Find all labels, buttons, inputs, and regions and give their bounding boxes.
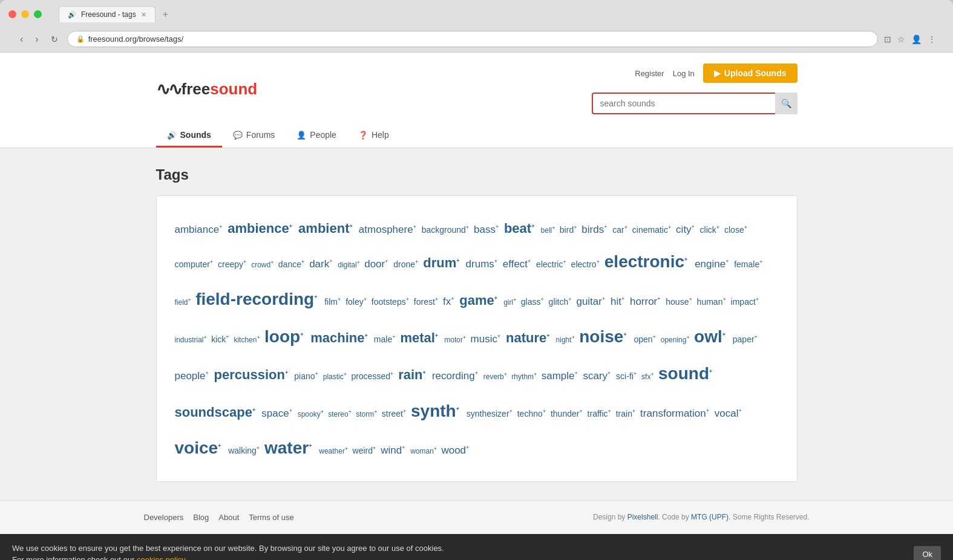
tag-impact[interactable]: impact+ bbox=[731, 297, 759, 307]
close-window-button[interactable] bbox=[8, 10, 16, 18]
footer-pixelshell-link[interactable]: Pixelshell bbox=[627, 513, 658, 521]
tag-dark[interactable]: dark+ bbox=[309, 258, 335, 270]
tag-guitar[interactable]: guitar+ bbox=[576, 296, 608, 307]
tag-paper[interactable]: paper+ bbox=[733, 334, 758, 344]
tag-city[interactable]: city+ bbox=[676, 224, 698, 235]
tag-music[interactable]: music+ bbox=[471, 333, 503, 345]
tag-plastic[interactable]: plastic+ bbox=[323, 373, 349, 381]
tag-horror[interactable]: horror+ bbox=[630, 296, 663, 307]
new-tab-button[interactable]: + bbox=[158, 7, 173, 22]
cookie-ok-button[interactable]: Ok bbox=[914, 546, 941, 560]
tag-transformation[interactable]: transformation+ bbox=[640, 408, 712, 419]
tag-recording[interactable]: recording+ bbox=[432, 370, 481, 382]
footer-link-about[interactable]: About bbox=[218, 513, 239, 522]
tag-human[interactable]: human+ bbox=[697, 297, 729, 307]
tag-spooky[interactable]: spooky+ bbox=[298, 410, 326, 418]
login-button[interactable]: Log In bbox=[673, 69, 695, 78]
tag-rain[interactable]: rain+ bbox=[398, 367, 430, 382]
tag-ambient[interactable]: ambient+ bbox=[298, 221, 356, 236]
tag-bell[interactable]: bell+ bbox=[541, 226, 557, 235]
tag-beat[interactable]: beat+ bbox=[504, 221, 539, 236]
tag-door[interactable]: door+ bbox=[364, 258, 391, 270]
tag-storm[interactable]: storm+ bbox=[356, 410, 379, 418]
refresh-button[interactable]: ↻ bbox=[48, 33, 61, 45]
tag-glitch[interactable]: glitch+ bbox=[549, 297, 574, 307]
tag-drums[interactable]: drums+ bbox=[466, 258, 500, 270]
tag-engine[interactable]: engine+ bbox=[695, 258, 732, 270]
tag-train[interactable]: train+ bbox=[616, 409, 638, 418]
cookies-policy-link[interactable]: cookies policy bbox=[137, 555, 185, 560]
browser-tab-active[interactable]: 🔊 Freesound - tags ✕ bbox=[59, 6, 156, 22]
tag-night[interactable]: night+ bbox=[556, 336, 577, 344]
tag-cinematic[interactable]: cinematic+ bbox=[632, 225, 673, 235]
tag-soundscape[interactable]: soundscape+ bbox=[175, 405, 260, 420]
tag-effect[interactable]: effect+ bbox=[503, 258, 534, 270]
tag-glass[interactable]: glass+ bbox=[521, 297, 546, 307]
minimize-window-button[interactable] bbox=[21, 10, 29, 18]
tag-car[interactable]: car+ bbox=[612, 225, 630, 235]
tag-kick[interactable]: kick+ bbox=[211, 334, 231, 344]
tag-digital[interactable]: digital+ bbox=[338, 261, 362, 269]
nav-help[interactable]: ❓ Help bbox=[347, 124, 400, 148]
tag-opening[interactable]: opening+ bbox=[661, 336, 692, 344]
tag-thunder[interactable]: thunder+ bbox=[551, 409, 585, 418]
nav-people[interactable]: 👤 People bbox=[286, 124, 347, 148]
tag-hit[interactable]: hit+ bbox=[611, 296, 627, 307]
tag-bass[interactable]: bass+ bbox=[474, 224, 502, 235]
tab-close-button[interactable]: ✕ bbox=[141, 11, 146, 19]
tag-creepy[interactable]: creepy+ bbox=[218, 259, 249, 269]
tag-sci-fi[interactable]: sci-fi+ bbox=[616, 371, 639, 381]
tag-male[interactable]: male+ bbox=[374, 334, 398, 344]
upload-sounds-button[interactable]: ▶ Upload Sounds bbox=[703, 63, 797, 83]
tag-click[interactable]: click+ bbox=[700, 225, 722, 235]
profile-icon[interactable]: 👤 bbox=[911, 34, 922, 44]
footer-link-developers[interactable]: Developers bbox=[144, 513, 184, 522]
tag-film[interactable]: film+ bbox=[324, 297, 343, 307]
tag-people[interactable]: people+ bbox=[175, 370, 212, 382]
tag-weird[interactable]: weird+ bbox=[353, 446, 379, 455]
tag-scary[interactable]: scary+ bbox=[583, 370, 614, 382]
tag-reverb[interactable]: reverb+ bbox=[483, 373, 509, 381]
tag-atmosphere[interactable]: atmosphere+ bbox=[359, 224, 419, 235]
tag-processed[interactable]: processed+ bbox=[351, 371, 396, 381]
tag-techno[interactable]: techno+ bbox=[517, 409, 548, 418]
tag-birds[interactable]: birds+ bbox=[581, 224, 610, 235]
tag-ambience[interactable]: ambience+ bbox=[228, 221, 296, 236]
tag-machine[interactable]: machine+ bbox=[310, 330, 372, 345]
tag-background[interactable]: background+ bbox=[422, 225, 471, 235]
tag-synthesizer[interactable]: synthesizer+ bbox=[467, 409, 515, 418]
tag-foley[interactable]: foley+ bbox=[346, 297, 369, 307]
search-button[interactable]: 🔍 bbox=[775, 93, 797, 114]
tag-weather[interactable]: weather+ bbox=[319, 447, 350, 455]
menu-icon[interactable]: ⋮ bbox=[928, 34, 936, 44]
tag-woman[interactable]: woman+ bbox=[410, 447, 439, 455]
tag-street[interactable]: street+ bbox=[382, 409, 408, 418]
footer-mtg-link[interactable]: MTG (UPF) bbox=[691, 513, 729, 521]
footer-link-blog[interactable]: Blog bbox=[193, 513, 209, 522]
tag-synth[interactable]: synth+ bbox=[411, 402, 464, 420]
tag-stereo[interactable]: stereo+ bbox=[328, 410, 353, 418]
nav-sounds[interactable]: 🔊 Sounds bbox=[156, 124, 222, 148]
tag-piano[interactable]: piano+ bbox=[294, 371, 320, 381]
tag-fx[interactable]: fx+ bbox=[443, 296, 457, 307]
tag-kitchen[interactable]: kitchen+ bbox=[234, 336, 262, 344]
tag-computer[interactable]: computer+ bbox=[175, 259, 216, 269]
tag-electro[interactable]: electro+ bbox=[571, 259, 602, 269]
tag-traffic[interactable]: traffic+ bbox=[588, 409, 614, 418]
nav-forums[interactable]: 💬 Forums bbox=[222, 124, 286, 148]
tag-dance[interactable]: dance+ bbox=[278, 259, 307, 269]
footer-link-terms[interactable]: Terms of use bbox=[249, 513, 293, 522]
tag-girl[interactable]: girl+ bbox=[503, 298, 519, 307]
tag-space[interactable]: space+ bbox=[261, 408, 295, 419]
address-bar[interactable]: 🔒 freesound.org/browse/tags/ bbox=[67, 31, 878, 47]
back-button[interactable]: ‹ bbox=[17, 33, 26, 46]
tag-nature[interactable]: nature+ bbox=[506, 330, 554, 345]
tag-sfx[interactable]: sfx+ bbox=[641, 373, 656, 381]
tag-rhythm[interactable]: rhythm+ bbox=[511, 373, 539, 381]
tag-close[interactable]: close+ bbox=[724, 225, 747, 235]
tag-electric[interactable]: electric+ bbox=[536, 259, 569, 269]
tag-sound[interactable]: sound+ bbox=[658, 364, 712, 383]
tag-motor[interactable]: motor+ bbox=[444, 336, 468, 344]
forward-button[interactable]: › bbox=[32, 33, 41, 46]
tag-female[interactable]: female+ bbox=[734, 259, 762, 269]
